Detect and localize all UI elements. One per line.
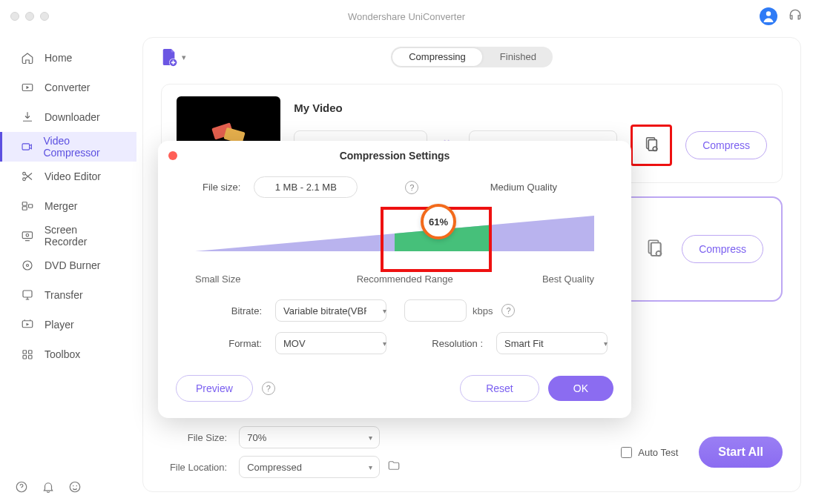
auto-test: Auto Test <box>621 447 678 458</box>
help-icon[interactable]: ? <box>405 181 418 194</box>
compression-settings-modal: Compression Settings File size: 1 MB - 2… <box>158 141 631 418</box>
sidebar-item-label: Toolbox <box>45 348 80 360</box>
sidebar-item-converter[interactable]: Converter <box>0 73 136 102</box>
sidebar-item-label: Converter <box>45 82 90 93</box>
modal-header: Compression Settings <box>158 141 631 170</box>
app-title: Wondershare UniConverter <box>348 11 465 22</box>
bitrate-select[interactable]: Variable bitrate(VBR) <box>275 299 386 322</box>
slider-best-label: Best Quality <box>542 273 594 285</box>
compress-button[interactable]: Compress <box>682 235 763 263</box>
sidebar-item-merger[interactable]: Merger <box>0 191 136 221</box>
quality-slider[interactable]: 61% <box>195 211 594 269</box>
help-icon[interactable] <box>15 480 28 494</box>
svg-rect-6 <box>22 207 27 210</box>
slider-small-label: Small Size <box>195 273 240 285</box>
sidebar-item-transfer[interactable]: Transfer <box>0 280 136 310</box>
user-icon <box>760 7 777 25</box>
traffic-close[interactable] <box>10 12 19 21</box>
open-folder-button[interactable] <box>387 459 401 475</box>
sidebar-item-toolbox[interactable]: Toolbox <box>0 339 136 369</box>
slider-knob[interactable]: 61% <box>421 204 456 239</box>
support-icon[interactable] <box>788 7 803 25</box>
start-all-button[interactable]: Start All <box>699 437 783 468</box>
sidebar-item-downloader[interactable]: Downloader <box>0 102 136 132</box>
filesize-row: File size: 1 MB - 2.1 MB ? Medium Qualit… <box>158 170 631 201</box>
download-icon <box>21 110 34 124</box>
format-label: Format: <box>205 338 265 349</box>
location-select[interactable]: Compressed <box>239 456 380 478</box>
settings-button-highlighted[interactable] <box>631 125 672 166</box>
titlebar: Wondershare UniConverter <box>0 0 813 33</box>
settings-gear-icon <box>645 238 664 257</box>
settings-button[interactable] <box>645 238 664 260</box>
modal-footer: Preview ? Reset OK <box>158 359 631 406</box>
ok-button[interactable]: OK <box>548 376 613 401</box>
svg-point-21 <box>76 485 78 487</box>
traffic-zoom[interactable] <box>40 12 49 21</box>
sidebar-item-video-editor[interactable]: Video Editor <box>0 162 136 191</box>
svg-rect-5 <box>22 202 27 206</box>
svg-point-0 <box>766 11 771 16</box>
avatar[interactable] <box>760 7 777 25</box>
resolution-label: Resolution : <box>404 338 486 349</box>
svg-rect-14 <box>23 351 27 354</box>
status-tabs: Compressing Finished <box>391 47 553 67</box>
sidebar-item-label: Screen Recorder <box>45 224 122 248</box>
face-icon[interactable] <box>68 480 82 494</box>
sidebar-item-label: Player <box>45 319 74 331</box>
sidebar-item-dvd-burner[interactable]: DVD Burner <box>0 251 136 280</box>
svg-point-19 <box>70 482 80 492</box>
filesize-pill[interactable]: 1 MB - 2.1 MB <box>254 176 358 198</box>
sidebar-item-video-compressor[interactable]: Video Compressor <box>0 132 136 162</box>
settings-gear-icon <box>643 136 659 152</box>
recorder-icon <box>21 229 34 242</box>
help-icon[interactable]: ? <box>501 304 515 317</box>
svg-rect-7 <box>29 205 33 208</box>
file-add-icon <box>161 47 177 67</box>
sidebar-item-home[interactable]: Home <box>0 43 136 73</box>
transfer-icon <box>21 288 34 302</box>
slider-labels: Small Size Recommended Range Best Qualit… <box>195 273 594 285</box>
home-icon <box>21 51 34 64</box>
sidebar-item-label: Merger <box>45 200 77 212</box>
format-select[interactable]: MOV <box>275 332 386 354</box>
svg-point-11 <box>27 265 29 267</box>
preview-button[interactable]: Preview <box>176 375 253 402</box>
location-label: File Location: <box>161 462 231 473</box>
help-icon[interactable]: ? <box>262 382 275 395</box>
window-controls <box>10 12 49 21</box>
scissors-icon <box>21 170 34 183</box>
tab-compressing[interactable]: Compressing <box>392 48 482 66</box>
svg-rect-17 <box>29 356 33 359</box>
filesize-label: File size: <box>203 182 245 193</box>
bell-icon[interactable] <box>42 480 55 494</box>
quality-label: Medium Quality <box>490 182 557 193</box>
slider-track <box>195 211 594 253</box>
sidebar-bottom <box>15 480 82 494</box>
toolbox-icon <box>21 348 34 361</box>
add-file-button[interactable]: ▾ <box>161 47 186 67</box>
sidebar-item-label: Video Compressor <box>43 135 122 159</box>
reset-button[interactable]: Reset <box>460 375 539 402</box>
compress-button[interactable]: Compress <box>685 131 767 159</box>
chevron-down-icon: ▾ <box>182 53 186 62</box>
sidebar: Home Converter Downloader Video Compress… <box>0 33 136 504</box>
svg-point-20 <box>73 485 74 487</box>
auto-test-checkbox[interactable] <box>621 447 632 458</box>
modal-close-button[interactable] <box>168 151 177 160</box>
titlebar-right <box>760 7 803 25</box>
filesize-select[interactable]: 70% <box>239 426 380 448</box>
sidebar-item-label: Downloader <box>45 111 100 123</box>
svg-rect-15 <box>29 351 33 354</box>
tab-finished[interactable]: Finished <box>484 48 553 66</box>
settings-form: Bitrate: Variable bitrate(VBR) ▾ kbps ? … <box>205 299 584 354</box>
svg-rect-2 <box>22 144 30 150</box>
video-title: My Video <box>294 102 767 114</box>
sidebar-item-screen-recorder[interactable]: Screen Recorder <box>0 221 136 251</box>
traffic-minimize[interactable] <box>25 12 34 21</box>
bitrate-input[interactable] <box>404 299 467 322</box>
svg-rect-16 <box>23 356 27 359</box>
resolution-select[interactable]: Smart Fit <box>496 332 608 354</box>
svg-point-10 <box>23 261 32 270</box>
sidebar-item-player[interactable]: Player <box>0 310 136 339</box>
